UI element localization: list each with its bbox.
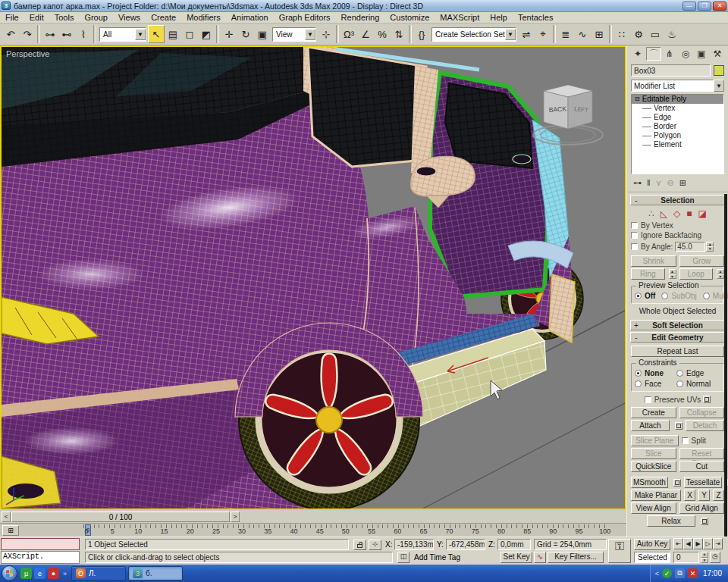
- mini-curve-editor-button[interactable]: ⊞: [2, 525, 19, 536]
- menu-create[interactable]: Create: [146, 12, 181, 23]
- menu-file[interactable]: File: [0, 12, 24, 23]
- named-selection-sets-icon[interactable]: {}: [413, 25, 430, 43]
- go-to-start-icon[interactable]: ⇤: [673, 538, 683, 549]
- quicklaunch-utorrent-icon[interactable]: µ: [20, 568, 32, 579]
- repeat-last-button[interactable]: Repeat Last: [631, 346, 724, 357]
- stack-item-polygon[interactable]: Polygon: [632, 131, 723, 140]
- redo-icon[interactable]: ↷: [19, 25, 36, 43]
- menu-tentacles[interactable]: Tentacles: [513, 12, 558, 23]
- taskbar-task-3dsmax[interactable]: 3 б.: [128, 566, 183, 580]
- slice-button[interactable]: Slice: [631, 448, 676, 459]
- by-vertex-checkbox[interactable]: By Vertex: [631, 221, 724, 230]
- modifier-list-dropdown[interactable]: Modifier List: [631, 80, 714, 92]
- set-key-button[interactable]: Set Key: [500, 552, 532, 563]
- render-setup-icon[interactable]: ⚙: [630, 25, 647, 43]
- select-object-icon[interactable]: ↖: [148, 25, 165, 43]
- grow-button[interactable]: Grow: [679, 255, 725, 267]
- create-tab-icon[interactable]: ✦: [630, 47, 645, 61]
- remove-modifier-icon[interactable]: ⊖: [667, 178, 674, 188]
- viewcube-back-label[interactable]: BACK: [548, 105, 566, 114]
- time-configuration-icon[interactable]: ◷: [710, 552, 720, 563]
- object-color-swatch[interactable]: [714, 65, 724, 76]
- menu-views[interactable]: Views: [113, 12, 146, 23]
- show-end-result-icon[interactable]: ‖: [647, 178, 651, 187]
- y-coordinate-field[interactable]: -672,458mm: [446, 539, 485, 550]
- msmooth-settings-button[interactable]: [673, 479, 681, 487]
- layer-manager-icon[interactable]: ≣: [557, 25, 574, 43]
- frame-spinner[interactable]: ▲▼: [701, 552, 708, 563]
- stack-item-border[interactable]: Border: [632, 122, 723, 131]
- preview-off-radio[interactable]: [635, 293, 642, 299]
- add-time-tag-label[interactable]: Add Time Tag: [414, 553, 460, 562]
- chevron-down-icon[interactable]: ▼: [714, 80, 724, 92]
- tray-antivirus-icon[interactable]: ✓: [662, 568, 672, 578]
- close-button[interactable]: ✕: [713, 2, 726, 11]
- menu-graph-editors[interactable]: Graph Editors: [274, 12, 336, 23]
- maximize-button[interactable]: ❐: [698, 2, 711, 11]
- pin-stack-icon[interactable]: ⊶: [633, 178, 642, 188]
- select-by-name-icon[interactable]: ▤: [165, 25, 181, 43]
- create-button[interactable]: Create: [631, 407, 676, 418]
- percent-snap-icon[interactable]: %: [374, 25, 391, 43]
- tessellate-button[interactable]: Tessellate: [684, 477, 722, 488]
- absolute-offset-toggle-icon[interactable]: ⊹: [369, 540, 381, 550]
- start-button[interactable]: [2, 565, 17, 581]
- command-panel-scrollbar[interactable]: [724, 194, 727, 537]
- reference-coordinate-dropdown[interactable]: View▼: [272, 27, 316, 42]
- shrink-button[interactable]: Shrink: [631, 255, 676, 267]
- modifier-stack[interactable]: ⊟ Editable Poly Vertex Edge Border: [631, 94, 724, 174]
- menu-rendering[interactable]: Rendering: [336, 12, 385, 23]
- menu-help[interactable]: Help: [485, 12, 513, 23]
- planar-y-button[interactable]: Y: [698, 490, 710, 501]
- display-tab-icon[interactable]: ▣: [694, 47, 709, 61]
- by-angle-checkbox[interactable]: By Angle: 45.0 ▲▼: [631, 240, 724, 252]
- x-coordinate-field[interactable]: -159,133mm: [394, 539, 434, 550]
- quickslice-button[interactable]: QuickSlice: [631, 461, 676, 472]
- constraint-face-radio[interactable]: [635, 380, 642, 387]
- rectangular-selection-region-icon[interactable]: ◻: [181, 25, 198, 43]
- mirror-icon[interactable]: ⇌: [518, 25, 535, 43]
- tray-alert-icon[interactable]: ✕: [688, 568, 698, 578]
- select-and-scale-icon[interactable]: ▣: [254, 25, 271, 43]
- viewport-label[interactable]: Perspective: [6, 49, 49, 58]
- loop-spinner[interactable]: ▲▼: [717, 269, 724, 279]
- rendered-frame-window-icon[interactable]: ▭: [647, 25, 664, 43]
- menu-animation[interactable]: Animation: [226, 12, 274, 23]
- time-slider-handle[interactable]: 0 / 100: [11, 512, 230, 522]
- viewport-canvas[interactable]: BACK LEFT: [2, 47, 625, 508]
- view-align-button[interactable]: View Align: [631, 502, 676, 514]
- minimize-button[interactable]: —: [682, 2, 696, 11]
- preserve-uvs-settings-button[interactable]: [703, 396, 711, 403]
- polygon-subobject-icon[interactable]: ■: [686, 208, 692, 219]
- quicklaunch-overflow-chevron[interactable]: »: [63, 570, 67, 577]
- ignore-backfacing-checkbox[interactable]: Ignore Backfacing: [631, 230, 724, 240]
- unlink-selection-icon[interactable]: ⊷: [58, 25, 75, 43]
- grid-align-button[interactable]: Grid Align: [679, 502, 725, 514]
- make-planar-button[interactable]: Make Planar: [631, 490, 681, 501]
- menu-maxscript[interactable]: MAXScript: [435, 12, 485, 23]
- utilities-tab-icon[interactable]: ⚒: [710, 47, 725, 61]
- maxscript-mini-listener[interactable]: AXScript.: [1, 551, 80, 564]
- quicklaunch-app-icon[interactable]: ●: [48, 568, 59, 579]
- default-in-out-tangent-icon[interactable]: ∿: [534, 552, 546, 563]
- edge-subobject-icon[interactable]: ◺: [661, 208, 667, 219]
- constraint-normal-radio[interactable]: [676, 380, 683, 387]
- select-and-link-icon[interactable]: ⊶: [42, 25, 58, 43]
- tray-chevron[interactable]: <: [655, 570, 659, 577]
- next-frame-icon[interactable]: ▷: [703, 538, 713, 549]
- curve-editor-icon[interactable]: ∿: [574, 25, 591, 43]
- window-crossing-icon[interactable]: ◩: [198, 25, 215, 43]
- select-and-move-icon[interactable]: ✛: [221, 25, 237, 43]
- make-unique-icon[interactable]: ⋎: [656, 178, 662, 188]
- split-checkbox[interactable]: Split: [682, 436, 725, 446]
- ring-spinner[interactable]: ▲▼: [669, 269, 676, 279]
- auto-key-button[interactable]: Auto Key: [634, 539, 670, 550]
- go-to-end-icon[interactable]: ⇥: [713, 538, 723, 549]
- constraint-none-radio[interactable]: [635, 370, 642, 377]
- tray-network-icon[interactable]: ⧉: [675, 568, 685, 578]
- z-coordinate-field[interactable]: 0,0mm: [497, 539, 531, 550]
- align-icon[interactable]: ⌖: [535, 25, 551, 43]
- collapse-button[interactable]: Collapse: [679, 407, 725, 418]
- play-animation-icon[interactable]: ▶: [693, 538, 703, 549]
- select-and-manipulate-icon[interactable]: ⊹: [318, 25, 334, 43]
